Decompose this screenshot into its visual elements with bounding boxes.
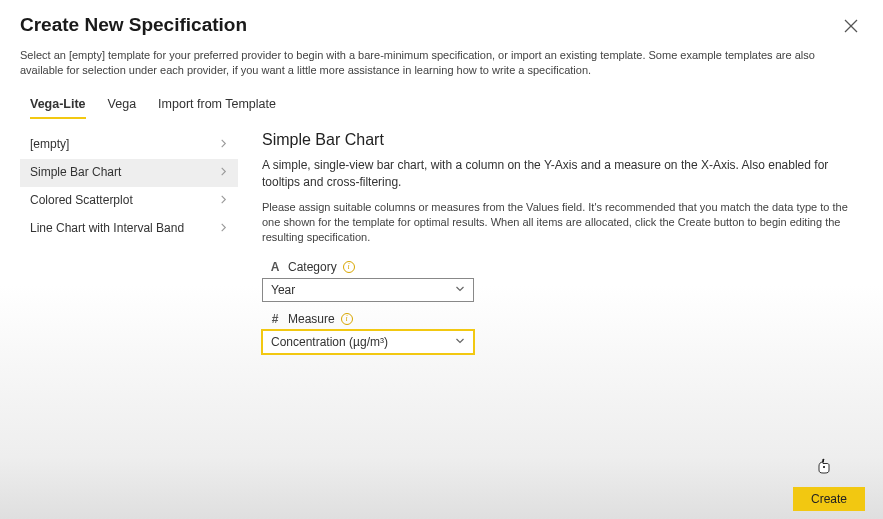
chevron-right-icon [219, 193, 228, 207]
provider-tabs: Vega-Lite Vega Import from Template [0, 79, 883, 119]
field-measure-group: # Measure i Concentration (µg/m³) [262, 312, 853, 354]
field-category-group: A Category i Year [262, 260, 853, 302]
tab-vega[interactable]: Vega [108, 97, 137, 119]
dialog-intro-text: Select an [empty] template for your pref… [0, 38, 850, 79]
chevron-right-icon [219, 165, 228, 179]
info-icon[interactable]: i [341, 313, 353, 325]
type-glyph-number-icon: # [268, 312, 282, 326]
template-list: [empty] Simple Bar Chart Colored Scatter… [20, 131, 238, 364]
template-instructions: Please assign suitable columns or measur… [262, 200, 853, 246]
template-description: A simple, single-view bar chart, with a … [262, 157, 853, 192]
template-item-empty[interactable]: [empty] [20, 131, 238, 159]
close-icon [844, 19, 858, 33]
chevron-right-icon [219, 221, 228, 235]
template-details: Simple Bar Chart A simple, single-view b… [262, 131, 863, 364]
tab-vega-lite[interactable]: Vega-Lite [30, 97, 86, 119]
measure-select[interactable]: Concentration (µg/m³) [262, 330, 474, 354]
field-category-label: Category [288, 260, 337, 274]
create-button[interactable]: Create [793, 487, 865, 511]
category-select[interactable]: Year [262, 278, 474, 302]
template-item-label: Colored Scatterplot [30, 193, 133, 207]
template-item-label: Line Chart with Interval Band [30, 221, 184, 235]
template-item-colored-scatterplot[interactable]: Colored Scatterplot [20, 187, 238, 215]
template-title: Simple Bar Chart [262, 131, 853, 149]
field-measure-label: Measure [288, 312, 335, 326]
svg-point-2 [823, 466, 825, 468]
measure-select-value: Concentration (µg/m³) [271, 335, 388, 349]
type-glyph-text-icon: A [268, 260, 282, 274]
chevron-down-icon [455, 335, 465, 349]
chevron-right-icon [219, 137, 228, 151]
template-item-simple-bar-chart[interactable]: Simple Bar Chart [20, 159, 238, 187]
info-icon[interactable]: i [343, 261, 355, 273]
tab-import-template[interactable]: Import from Template [158, 97, 276, 119]
template-item-label: [empty] [30, 137, 69, 151]
dialog-title: Create New Specification [20, 14, 247, 36]
chevron-down-icon [455, 283, 465, 297]
template-item-label: Simple Bar Chart [30, 165, 121, 179]
cursor-indicator [817, 458, 831, 478]
template-item-line-chart-interval-band[interactable]: Line Chart with Interval Band [20, 215, 238, 243]
category-select-value: Year [271, 283, 295, 297]
close-button[interactable] [839, 14, 863, 38]
